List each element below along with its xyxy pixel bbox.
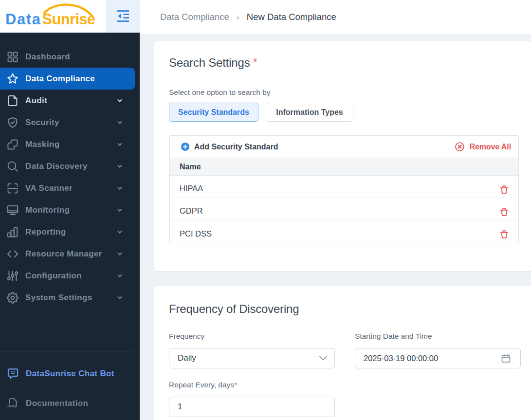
svg-text:DOC: DOC bbox=[7, 403, 16, 408]
